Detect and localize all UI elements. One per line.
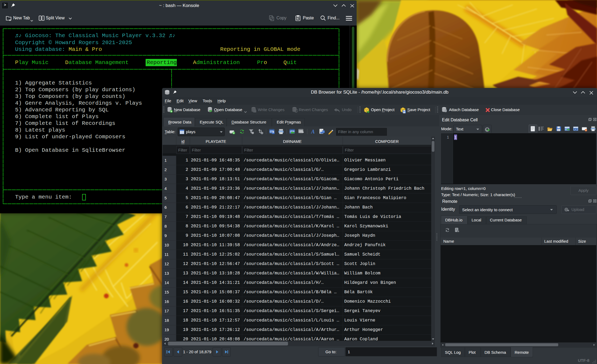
svg-text:A: A [311,129,315,135]
